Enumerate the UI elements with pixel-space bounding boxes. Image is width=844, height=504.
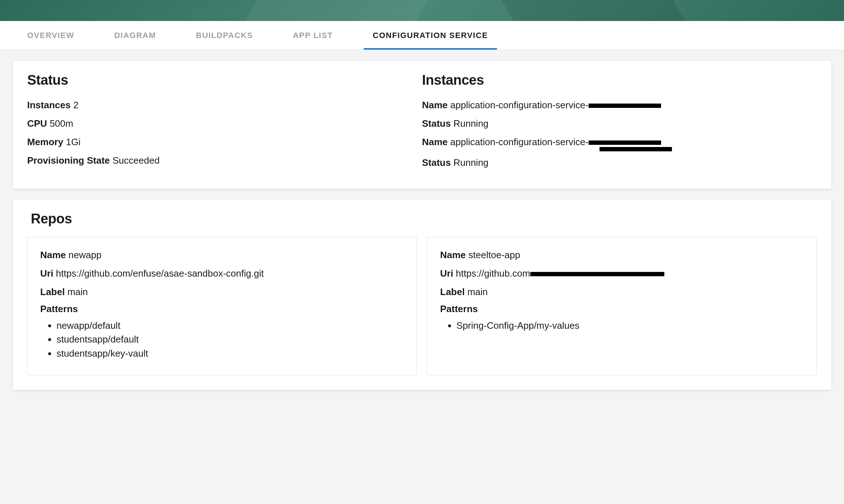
hero-banner — [0, 0, 844, 21]
instance-row: Name application-configuration-service- — [422, 98, 817, 112]
repo-pattern-item: newapp/default — [57, 319, 404, 332]
repo-label-value: main — [67, 286, 88, 297]
status-cpu-row: CPU 500m — [27, 117, 422, 131]
redacted-text — [599, 147, 672, 151]
repo-patterns-list: newapp/default studentsapp/default stude… — [40, 319, 404, 360]
tab-overview[interactable]: OVERVIEW — [18, 21, 83, 50]
instance-row: Status Running — [422, 117, 817, 131]
redacted-text — [589, 104, 661, 108]
tab-buildpacks[interactable]: BUILDPACKS — [187, 21, 262, 50]
instance-name-label: Name — [422, 136, 448, 147]
status-instances-label: Instances — [27, 100, 71, 110]
status-cpu-label: CPU — [27, 118, 47, 129]
repo-name-label: Name — [440, 249, 466, 260]
instance-name-value: application-configuration-service- — [450, 136, 589, 147]
instance-name-value: application-configuration-service- — [450, 100, 589, 110]
tab-diagram[interactable]: DIAGRAM — [105, 21, 165, 50]
status-memory-label: Memory — [27, 136, 63, 147]
repo-uri-label: Uri — [440, 268, 453, 279]
redacted-text — [530, 272, 664, 276]
instance-status-label: Status — [422, 118, 451, 129]
repo-name-value: newapp — [68, 249, 101, 260]
repos-grid: Name newapp Uri https://github.com/enfus… — [27, 237, 817, 375]
instance-name-label: Name — [422, 100, 448, 110]
status-memory-value: 1Gi — [66, 136, 80, 147]
repo-patterns-label: Patterns — [40, 303, 404, 315]
instances-column: Instances Name application-configuration… — [422, 72, 817, 174]
tab-bar: OVERVIEW DIAGRAM BUILDPACKS APP LIST CON… — [0, 21, 844, 50]
instance-row: Status Running — [422, 156, 817, 170]
status-column: Status Instances 2 CPU 500m Memory 1Gi P… — [27, 72, 422, 174]
status-instances-row: Instances 2 — [27, 98, 422, 112]
status-provisioning-value: Succeeded — [113, 155, 160, 166]
repo-pattern-item: Spring-Config-App/my-values — [456, 319, 804, 332]
repo-card: Name steeltoe-app Uri https://github.com… — [427, 237, 817, 375]
repo-label-row: Label main — [440, 285, 804, 299]
repo-name-value: steeltoe-app — [468, 249, 520, 260]
redacted-text — [589, 140, 661, 145]
tab-app-list[interactable]: APP LIST — [284, 21, 342, 50]
repo-label-label: Label — [440, 286, 465, 297]
tab-configuration-service[interactable]: CONFIGURATION SERVICE — [364, 21, 497, 50]
instance-status-label: Status — [422, 157, 451, 168]
repo-uri-row: Uri https://github.com — [440, 266, 804, 281]
repo-pattern-item: studentsapp/default — [57, 333, 404, 346]
repos-title: Repos — [31, 211, 817, 227]
repo-uri-value: https://github.com — [456, 268, 530, 279]
status-provisioning-label: Provisioning State — [27, 155, 110, 166]
status-instances-value: 2 — [73, 100, 78, 110]
status-provisioning-row: Provisioning State Succeeded — [27, 154, 422, 168]
repo-uri-row: Uri https://github.com/enfuse/asae-sandb… — [40, 266, 404, 281]
repo-uri-label: Uri — [40, 268, 53, 279]
repo-card: Name newapp Uri https://github.com/enfus… — [27, 237, 417, 375]
instance-status-value: Running — [454, 118, 489, 129]
repo-label-value: main — [467, 286, 488, 297]
repo-patterns-list: Spring-Config-App/my-values — [440, 319, 804, 332]
repo-uri-value: https://github.com/enfuse/asae-sandbox-c… — [56, 268, 264, 279]
content-area: Status Instances 2 CPU 500m Memory 1Gi P… — [0, 50, 844, 412]
repo-name-row: Name steeltoe-app — [440, 248, 804, 262]
instances-title: Instances — [422, 72, 817, 88]
repos-card: Repos Name newapp Uri https://github.com… — [13, 200, 831, 390]
status-cpu-value: 500m — [50, 118, 73, 129]
repo-label-label: Label — [40, 286, 65, 297]
status-card: Status Instances 2 CPU 500m Memory 1Gi P… — [13, 61, 831, 189]
repo-name-row: Name newapp — [40, 248, 404, 262]
repo-label-row: Label main — [40, 285, 404, 299]
repo-name-label: Name — [40, 249, 66, 260]
instance-row: Name application-configuration-service- — [422, 135, 817, 151]
status-title: Status — [27, 72, 422, 88]
status-memory-row: Memory 1Gi — [27, 135, 422, 149]
instance-status-value: Running — [454, 157, 489, 168]
repo-patterns-label: Patterns — [440, 303, 804, 315]
repo-pattern-item: studentsapp/key-vault — [57, 347, 404, 360]
